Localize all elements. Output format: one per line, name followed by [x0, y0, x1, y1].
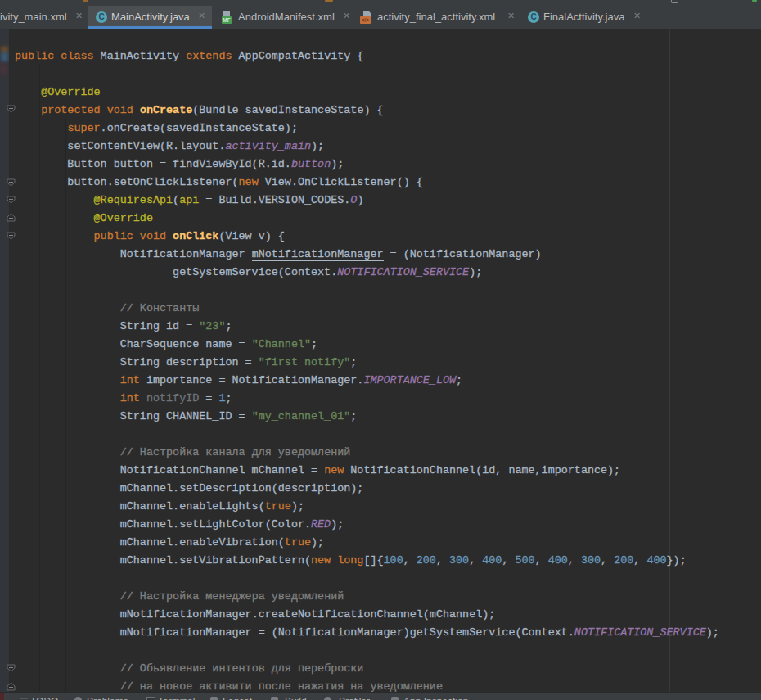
svg-text:MF: MF — [223, 17, 230, 23]
svg-text:</>: </> — [362, 17, 370, 23]
